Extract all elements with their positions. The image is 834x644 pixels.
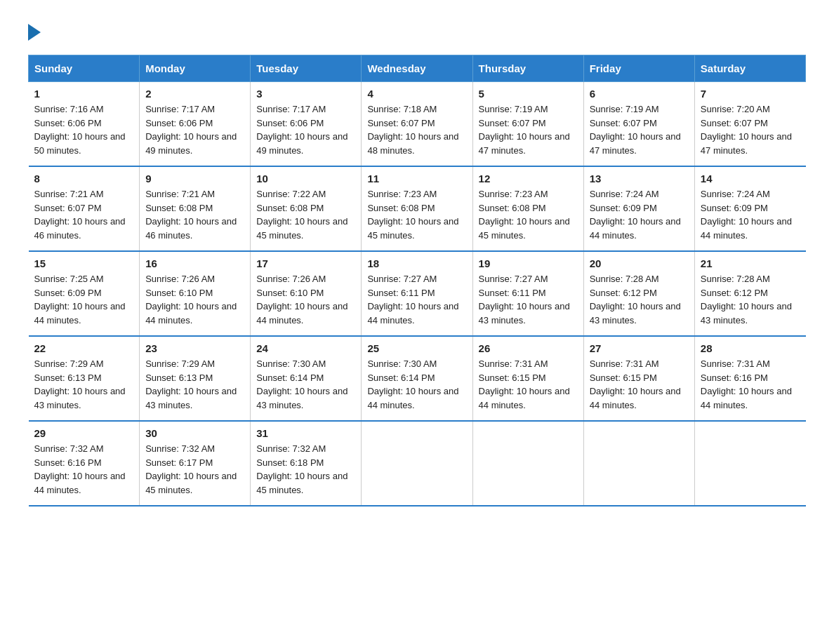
day-number: 12 (479, 173, 578, 185)
day-number: 6 (590, 88, 689, 100)
day-info: Sunrise: 7:21 AMSunset: 6:07 PMDaylight:… (34, 189, 126, 241)
day-number: 21 (701, 257, 800, 269)
calendar-week-row: 22Sunrise: 7:29 AMSunset: 6:13 PMDayligh… (29, 336, 806, 421)
calendar-cell: 24Sunrise: 7:30 AMSunset: 6:14 PMDayligh… (251, 336, 362, 421)
calendar-cell: 25Sunrise: 7:30 AMSunset: 6:14 PMDayligh… (362, 336, 472, 421)
calendar-cell: 2Sunrise: 7:17 AMSunset: 6:06 PMDaylight… (140, 82, 251, 167)
day-info: Sunrise: 7:19 AMSunset: 6:07 PMDaylight:… (479, 104, 570, 156)
day-number: 17 (256, 257, 355, 269)
day-info: Sunrise: 7:17 AMSunset: 6:06 PMDaylight:… (145, 104, 237, 156)
day-info: Sunrise: 7:23 AMSunset: 6:08 PMDaylight:… (367, 189, 458, 241)
day-number: 1 (34, 88, 134, 100)
day-number: 5 (479, 88, 578, 100)
day-number: 30 (145, 427, 244, 439)
day-info: Sunrise: 7:32 AMSunset: 6:18 PMDaylight:… (256, 443, 348, 495)
day-info: Sunrise: 7:32 AMSunset: 6:17 PMDaylight:… (145, 443, 237, 495)
calendar-cell: 5Sunrise: 7:19 AMSunset: 6:07 PMDaylight… (472, 82, 583, 167)
calendar-cell: 6Sunrise: 7:19 AMSunset: 6:07 PMDaylight… (583, 82, 694, 167)
day-info: Sunrise: 7:28 AMSunset: 6:12 PMDaylight:… (701, 274, 792, 326)
day-info: Sunrise: 7:19 AMSunset: 6:07 PMDaylight:… (590, 104, 681, 156)
day-info: Sunrise: 7:23 AMSunset: 6:08 PMDaylight:… (479, 189, 570, 241)
col-header-sunday: Sunday (29, 55, 140, 82)
col-header-saturday: Saturday (694, 55, 805, 82)
calendar-cell: 21Sunrise: 7:28 AMSunset: 6:12 PMDayligh… (694, 251, 805, 336)
day-info: Sunrise: 7:30 AMSunset: 6:14 PMDaylight:… (256, 358, 348, 410)
day-info: Sunrise: 7:31 AMSunset: 6:15 PMDaylight:… (590, 358, 681, 410)
day-number: 7 (701, 88, 800, 100)
day-info: Sunrise: 7:21 AMSunset: 6:08 PMDaylight:… (145, 189, 237, 241)
calendar-table: SundayMondayTuesdayWednesdayThursdayFrid… (28, 55, 806, 507)
day-number: 31 (256, 427, 355, 439)
day-info: Sunrise: 7:24 AMSunset: 6:09 PMDaylight:… (701, 189, 792, 241)
day-number: 20 (590, 257, 689, 269)
logo (28, 21, 41, 41)
day-number: 8 (34, 173, 134, 185)
col-header-wednesday: Wednesday (362, 55, 472, 82)
day-number: 3 (256, 88, 355, 100)
calendar-cell: 11Sunrise: 7:23 AMSunset: 6:08 PMDayligh… (362, 166, 472, 251)
day-info: Sunrise: 7:18 AMSunset: 6:07 PMDaylight:… (367, 104, 458, 156)
logo-arrow-icon (28, 24, 41, 41)
calendar-cell: 30Sunrise: 7:32 AMSunset: 6:17 PMDayligh… (140, 421, 251, 506)
day-number: 19 (479, 257, 578, 269)
calendar-cell (362, 421, 472, 506)
day-number: 15 (34, 257, 134, 269)
calendar-cell: 26Sunrise: 7:31 AMSunset: 6:15 PMDayligh… (472, 336, 583, 421)
day-number: 25 (367, 342, 466, 354)
calendar-cell: 7Sunrise: 7:20 AMSunset: 6:07 PMDaylight… (694, 82, 805, 167)
day-info: Sunrise: 7:26 AMSunset: 6:10 PMDaylight:… (256, 274, 348, 326)
calendar-header-row: SundayMondayTuesdayWednesdayThursdayFrid… (29, 55, 806, 82)
day-info: Sunrise: 7:30 AMSunset: 6:14 PMDaylight:… (367, 358, 458, 410)
day-number: 29 (34, 427, 134, 439)
day-info: Sunrise: 7:28 AMSunset: 6:12 PMDaylight:… (590, 274, 681, 326)
calendar-cell (694, 421, 805, 506)
calendar-cell: 18Sunrise: 7:27 AMSunset: 6:11 PMDayligh… (362, 251, 472, 336)
day-number: 2 (145, 88, 244, 100)
day-info: Sunrise: 7:27 AMSunset: 6:11 PMDaylight:… (479, 274, 570, 326)
calendar-cell: 12Sunrise: 7:23 AMSunset: 6:08 PMDayligh… (472, 166, 583, 251)
day-info: Sunrise: 7:27 AMSunset: 6:11 PMDaylight:… (367, 274, 458, 326)
calendar-cell: 15Sunrise: 7:25 AMSunset: 6:09 PMDayligh… (29, 251, 140, 336)
day-info: Sunrise: 7:31 AMSunset: 6:15 PMDaylight:… (479, 358, 570, 410)
day-number: 27 (590, 342, 689, 354)
calendar-cell: 29Sunrise: 7:32 AMSunset: 6:16 PMDayligh… (29, 421, 140, 506)
day-number: 28 (701, 342, 800, 354)
calendar-cell: 13Sunrise: 7:24 AMSunset: 6:09 PMDayligh… (583, 166, 694, 251)
col-header-monday: Monday (140, 55, 251, 82)
calendar-cell (472, 421, 583, 506)
calendar-cell: 17Sunrise: 7:26 AMSunset: 6:10 PMDayligh… (251, 251, 362, 336)
calendar-cell: 4Sunrise: 7:18 AMSunset: 6:07 PMDaylight… (362, 82, 472, 167)
calendar-week-row: 15Sunrise: 7:25 AMSunset: 6:09 PMDayligh… (29, 251, 806, 336)
day-info: Sunrise: 7:20 AMSunset: 6:07 PMDaylight:… (701, 104, 792, 156)
col-header-thursday: Thursday (472, 55, 583, 82)
day-number: 10 (256, 173, 355, 185)
day-info: Sunrise: 7:24 AMSunset: 6:09 PMDaylight:… (590, 189, 681, 241)
day-info: Sunrise: 7:32 AMSunset: 6:16 PMDaylight:… (34, 443, 126, 495)
calendar-cell: 31Sunrise: 7:32 AMSunset: 6:18 PMDayligh… (251, 421, 362, 506)
calendar-cell: 16Sunrise: 7:26 AMSunset: 6:10 PMDayligh… (140, 251, 251, 336)
day-number: 24 (256, 342, 355, 354)
day-number: 9 (145, 173, 244, 185)
day-number: 22 (34, 342, 134, 354)
day-info: Sunrise: 7:16 AMSunset: 6:06 PMDaylight:… (34, 104, 126, 156)
day-info: Sunrise: 7:29 AMSunset: 6:13 PMDaylight:… (145, 358, 237, 410)
calendar-cell: 28Sunrise: 7:31 AMSunset: 6:16 PMDayligh… (694, 336, 805, 421)
day-number: 16 (145, 257, 244, 269)
calendar-week-row: 8Sunrise: 7:21 AMSunset: 6:07 PMDaylight… (29, 166, 806, 251)
col-header-friday: Friday (583, 55, 694, 82)
day-info: Sunrise: 7:22 AMSunset: 6:08 PMDaylight:… (256, 189, 348, 241)
day-number: 14 (701, 173, 800, 185)
calendar-cell: 9Sunrise: 7:21 AMSunset: 6:08 PMDaylight… (140, 166, 251, 251)
calendar-cell: 14Sunrise: 7:24 AMSunset: 6:09 PMDayligh… (694, 166, 805, 251)
calendar-cell: 20Sunrise: 7:28 AMSunset: 6:12 PMDayligh… (583, 251, 694, 336)
day-number: 26 (479, 342, 578, 354)
calendar-cell: 10Sunrise: 7:22 AMSunset: 6:08 PMDayligh… (251, 166, 362, 251)
calendar-cell: 1Sunrise: 7:16 AMSunset: 6:06 PMDaylight… (29, 82, 140, 167)
calendar-cell: 19Sunrise: 7:27 AMSunset: 6:11 PMDayligh… (472, 251, 583, 336)
calendar-week-row: 29Sunrise: 7:32 AMSunset: 6:16 PMDayligh… (29, 421, 806, 506)
day-info: Sunrise: 7:31 AMSunset: 6:16 PMDaylight:… (701, 358, 792, 410)
calendar-week-row: 1Sunrise: 7:16 AMSunset: 6:06 PMDaylight… (29, 82, 806, 167)
day-number: 11 (367, 173, 466, 185)
day-number: 23 (145, 342, 244, 354)
calendar-cell: 27Sunrise: 7:31 AMSunset: 6:15 PMDayligh… (583, 336, 694, 421)
